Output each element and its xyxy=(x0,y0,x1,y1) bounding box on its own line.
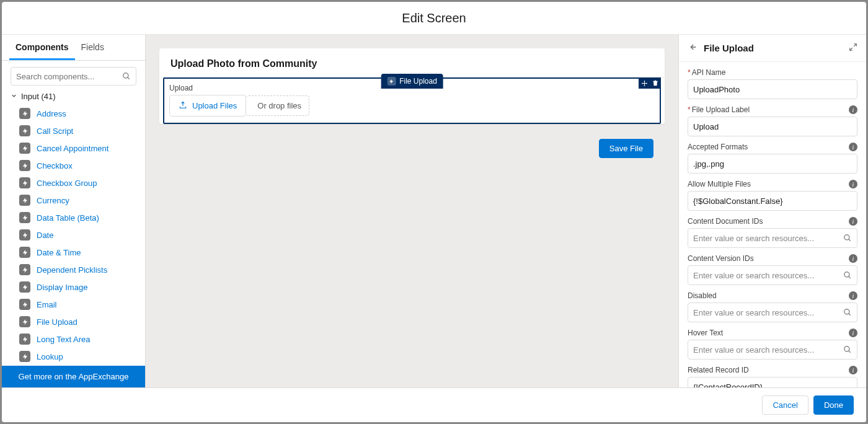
field-label: Hover Text xyxy=(688,329,723,337)
field-label: *File Upload Label xyxy=(688,105,750,114)
component-label: Long Text Area xyxy=(37,335,91,344)
field-label: Content Version IDs xyxy=(688,254,754,263)
info-icon[interactable]: i xyxy=(849,143,857,151)
field-input-wrapper[interactable] xyxy=(688,377,857,387)
svg-line-1 xyxy=(128,77,130,79)
component-icon xyxy=(19,351,30,362)
field-input-wrapper[interactable] xyxy=(688,154,857,174)
component-list: AddressCall ScriptCancel AppointmentChec… xyxy=(2,105,145,366)
component-label: Data Table (Beta) xyxy=(37,213,99,223)
component-label: Date & Time xyxy=(37,248,81,257)
component-item[interactable]: Date xyxy=(11,226,145,244)
component-icon xyxy=(19,229,30,241)
field-input-wrapper[interactable] xyxy=(688,265,857,285)
chevron-down-icon xyxy=(11,92,17,101)
component-label: Call Script xyxy=(37,126,73,136)
field-allow-multiple: Allow Multiple Filesi xyxy=(688,180,857,211)
field-label: *API Name xyxy=(688,68,725,77)
component-item[interactable]: Address xyxy=(11,105,145,122)
component-item[interactable]: Currency xyxy=(11,192,145,209)
component-label: Dependent Picklists xyxy=(37,265,107,275)
info-icon[interactable]: i xyxy=(849,291,857,300)
component-item[interactable]: Display Image xyxy=(11,278,145,296)
component-item[interactable]: Lookup xyxy=(11,348,145,365)
field-input[interactable] xyxy=(693,308,843,317)
expand-icon[interactable] xyxy=(849,43,857,53)
svg-point-11 xyxy=(844,347,849,351)
required-indicator: * xyxy=(688,105,691,114)
svg-line-8 xyxy=(849,276,851,278)
info-icon[interactable]: i xyxy=(849,180,857,188)
field-file-upload-label: *File Upload Labeli xyxy=(688,105,857,136)
info-icon[interactable]: i xyxy=(849,254,857,263)
field-label: Related Record ID xyxy=(688,366,749,374)
save-file-button[interactable]: Save File xyxy=(599,139,653,158)
field-label: Disabled xyxy=(688,291,717,300)
component-item[interactable]: Email xyxy=(11,296,145,313)
component-item[interactable]: Data Table (Beta) xyxy=(11,209,145,226)
properties-panel: File Upload *API Name*File Upload Labeli… xyxy=(678,35,866,387)
field-input[interactable] xyxy=(693,85,852,94)
info-icon[interactable]: i xyxy=(849,217,857,226)
screen-title: Upload Photo from Community xyxy=(159,48,665,77)
component-icon xyxy=(19,316,30,327)
field-input-wrapper[interactable] xyxy=(688,117,857,136)
field-accepted-formats: Accepted Formatsi xyxy=(688,143,857,174)
component-item[interactable]: Long Text Area xyxy=(11,330,145,348)
component-item[interactable]: Date & Time xyxy=(11,244,145,261)
field-api-name: *API Name xyxy=(688,68,857,99)
delete-handle-icon[interactable] xyxy=(650,77,661,89)
done-button[interactable]: Done xyxy=(813,395,854,415)
info-icon[interactable]: i xyxy=(849,329,857,337)
component-icon xyxy=(19,177,30,188)
field-input-wrapper[interactable] xyxy=(688,79,857,99)
component-icon xyxy=(19,212,30,223)
field-input[interactable] xyxy=(693,122,852,131)
move-handle-icon[interactable] xyxy=(639,77,650,89)
field-input[interactable] xyxy=(693,197,852,206)
svg-line-4 xyxy=(850,48,852,50)
search-components-input-wrapper[interactable] xyxy=(11,67,136,86)
selected-component-badge-label: File Upload xyxy=(399,77,437,86)
section-input[interactable]: Input (41) xyxy=(2,89,145,105)
component-label: Currency xyxy=(37,196,69,205)
field-input[interactable] xyxy=(693,382,852,388)
selected-component-badge: File Upload xyxy=(381,74,443,89)
info-icon[interactable]: i xyxy=(849,366,857,374)
tab-fields[interactable]: Fields xyxy=(75,35,110,60)
search-components-input[interactable] xyxy=(16,72,122,81)
drop-files-hint: Or drop files xyxy=(246,95,309,116)
field-input[interactable] xyxy=(693,234,843,243)
field-input-wrapper[interactable] xyxy=(688,191,857,211)
component-icon xyxy=(19,108,30,119)
field-input[interactable] xyxy=(693,159,852,169)
component-item[interactable]: Checkbox xyxy=(11,157,145,174)
back-icon[interactable] xyxy=(688,42,698,54)
component-icon xyxy=(19,264,30,275)
upload-files-button[interactable]: Upload Files xyxy=(169,95,246,117)
tab-components[interactable]: Components xyxy=(9,35,75,60)
field-related-record-id: Related Record IDi xyxy=(688,366,857,387)
field-input-wrapper[interactable] xyxy=(688,340,857,360)
field-input[interactable] xyxy=(693,345,843,355)
field-input[interactable] xyxy=(693,271,843,280)
component-item[interactable]: File Upload xyxy=(11,313,145,330)
field-input-wrapper[interactable] xyxy=(688,303,857,322)
search-icon xyxy=(843,271,852,280)
edit-screen-modal: Edit Screen Components Fields Inp xyxy=(2,2,866,422)
component-label: Display Image xyxy=(37,283,87,292)
modal-body: Components Fields Input (41) AddressCall xyxy=(2,35,866,387)
search-icon xyxy=(843,345,852,354)
component-icon xyxy=(19,143,30,154)
component-item[interactable]: Checkbox Group xyxy=(11,174,145,192)
appexchange-button[interactable]: Get more on the AppExchange xyxy=(2,366,145,387)
required-indicator: * xyxy=(688,68,691,77)
info-icon[interactable]: i xyxy=(849,105,857,114)
field-input-wrapper[interactable] xyxy=(688,228,857,248)
modal-footer: Cancel Done xyxy=(2,387,866,422)
cancel-button[interactable]: Cancel xyxy=(762,395,808,415)
svg-line-10 xyxy=(849,314,851,316)
component-item[interactable]: Call Script xyxy=(11,122,145,139)
component-item[interactable]: Dependent Picklists xyxy=(11,261,145,278)
component-item[interactable]: Cancel Appointment xyxy=(11,139,145,157)
